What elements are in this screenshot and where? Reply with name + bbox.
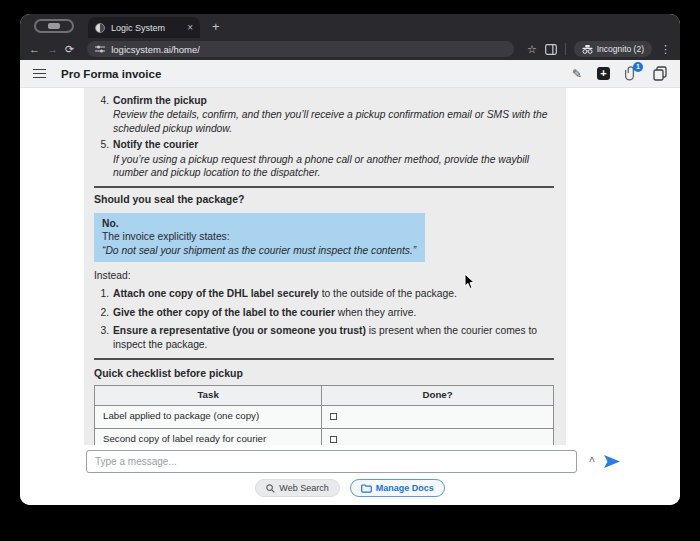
checklist-heading: Quick checklist before pickup (94, 367, 554, 381)
step-body: If you’re using a pickup request through… (113, 153, 554, 180)
collapse-caret-button[interactable]: ^ (589, 456, 595, 467)
done-cell (322, 428, 554, 445)
web-search-button[interactable]: Web Search (255, 479, 339, 497)
incognito-label: Incognito (2) (597, 44, 644, 54)
edit-pencil-icon[interactable]: ✎ (572, 68, 582, 80)
composer-actions: Web Search Manage Docs (20, 479, 680, 497)
item-bold: Give the other copy of the label to the … (113, 307, 335, 318)
assistant-message-bubble: 4. Confirm the pickup Review the details… (84, 88, 566, 445)
reload-icon[interactable]: ⟳ (65, 44, 74, 55)
manage-docs-button[interactable]: Manage Docs (350, 479, 445, 497)
column-header-task: Task (95, 385, 322, 406)
highlighted-answer-box: No. The invoice explicitly states: “Do n… (94, 213, 425, 262)
toolbar-right: ☆ Incognito (2) ⋮ (527, 41, 671, 57)
screenshot-stage: Logic System × + ← → ⟳ logicsystem.ai/ho… (0, 0, 700, 541)
table-header-row: Task Done? (95, 385, 554, 406)
manage-docs-label: Manage Docs (376, 483, 434, 493)
attachments-button[interactable]: 1 (625, 66, 638, 81)
incognito-icon (582, 45, 593, 54)
browser-menu-icon[interactable]: ⋮ (660, 44, 671, 55)
composer-area: ^ Web Search (20, 445, 680, 505)
side-panel-icon[interactable] (545, 44, 557, 55)
done-cell (322, 406, 554, 429)
list-item: 1. Attach one copy of the DHL label secu… (94, 287, 554, 300)
list-item: 2. Give the other copy of the label to t… (94, 306, 554, 319)
tab-title: Logic System (111, 23, 181, 33)
checkbox-icon[interactable] (330, 436, 337, 443)
list-number: 2. (94, 306, 109, 319)
bookmark-star-icon[interactable]: ☆ (527, 44, 537, 55)
header-actions: ✎ + 1 (572, 66, 667, 81)
app-header: Pro Forma invoice ✎ + 1 (20, 60, 680, 88)
toolbar-divider (565, 43, 566, 55)
browser-window: Logic System × + ← → ⟳ logicsystem.ai/ho… (20, 14, 680, 505)
list-number: 5. (94, 138, 109, 151)
step-title: Notify the courier (113, 138, 198, 151)
mouse-cursor (464, 273, 476, 290)
answer-title: No. (102, 217, 416, 230)
task-cell: Second copy of label ready for courier (95, 428, 322, 445)
checklist-table: Task Done? Label applied to package (one… (94, 385, 554, 445)
item-rest: when they arrive. (335, 307, 416, 318)
list-number: 1. (94, 287, 109, 300)
item-rest: to the outside of the package. (319, 288, 457, 299)
forward-icon[interactable]: → (47, 44, 58, 55)
address-bar[interactable]: logicsystem.ai/home/ (87, 41, 514, 57)
item-bold: Ensure a representative (you or someone … (113, 325, 366, 336)
new-tab-button[interactable]: + (212, 20, 220, 33)
browser-toolbar: ← → ⟳ logicsystem.ai/home/ ☆ (20, 38, 680, 60)
step-title: Confirm the pickup (113, 94, 207, 107)
section-divider (94, 358, 554, 360)
new-chat-button[interactable]: + (597, 67, 610, 80)
send-icon (604, 455, 620, 468)
url-text[interactable]: logicsystem.ai/home/ (111, 44, 200, 55)
back-icon[interactable]: ← (29, 44, 40, 55)
item-bold: Attach one copy of the DHL label securel… (113, 288, 319, 299)
incognito-badge[interactable]: Incognito (2) (574, 41, 652, 57)
message-input[interactable] (86, 450, 577, 473)
search-icon (266, 484, 275, 493)
list-item: 3. Ensure a representative (you or someo… (94, 324, 554, 351)
tab-close-icon[interactable]: × (187, 23, 193, 33)
site-settings-icon[interactable] (95, 44, 105, 54)
send-button[interactable] (604, 455, 620, 468)
page-title: Pro Forma invoice (61, 68, 161, 80)
column-header-done: Done? (322, 385, 554, 406)
table-row: Second copy of label ready for courier (95, 428, 554, 445)
chat-scroll-area[interactable]: 4. Confirm the pickup Review the details… (20, 88, 680, 445)
answer-quote: “Do not seal your shipment as the courie… (102, 244, 416, 257)
menu-hamburger-icon[interactable] (33, 69, 46, 78)
checkbox-icon[interactable] (330, 413, 337, 420)
list-number: 3. (94, 324, 109, 351)
window-controls-pill[interactable] (34, 19, 74, 33)
message-input-row: ^ (86, 450, 680, 473)
section-divider (94, 186, 554, 188)
list-item: 5. Notify the courier (94, 138, 554, 151)
list-number: 4. (94, 94, 109, 107)
folder-icon (361, 484, 372, 493)
copy-icon[interactable] (653, 66, 667, 81)
instead-label: Instead: (94, 269, 554, 282)
web-search-label: Web Search (279, 483, 328, 493)
section-heading: Should you seal the package? (94, 193, 554, 207)
attachment-count-badge: 1 (633, 62, 643, 72)
site-favicon-icon (95, 23, 105, 33)
list-item: 4. Confirm the pickup (94, 94, 554, 107)
step-body: Review the details, confirm, and then yo… (113, 108, 554, 135)
answer-line: The invoice explicitly states: (102, 230, 416, 243)
tab-strip: Logic System × + (20, 14, 680, 38)
table-row: Label applied to package (one copy) (95, 406, 554, 429)
task-cell: Label applied to package (one copy) (95, 406, 322, 429)
browser-tab[interactable]: Logic System × (88, 17, 200, 38)
